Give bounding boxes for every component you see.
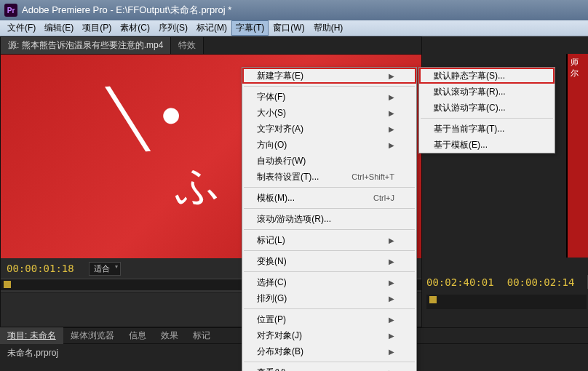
effects-tab[interactable]: 特效 [171, 37, 204, 54]
menu-title[interactable]: 字幕(T) [231, 20, 269, 36]
title-menu-item[interactable]: 制表符设置(T)...Ctrl+Shift+T [242, 169, 416, 185]
menu-file[interactable]: 文件(F) [3, 20, 40, 36]
menu-separator [244, 308, 415, 309]
menu-item-label: 制表符设置(T)... [257, 171, 319, 183]
menu-item-label: 默认游动字幕(C)... [434, 102, 506, 114]
submenu-arrow-icon: ▶ [389, 332, 394, 340]
menu-item-label: 大小(S) [257, 107, 286, 119]
menu-item-label: 文字对齐(A) [257, 123, 303, 135]
title-menu-item[interactable]: 排列(G)▶ [242, 290, 416, 306]
menu-project[interactable]: 项目(P) [78, 20, 116, 36]
menu-shortcut: Ctrl+Shift+T [351, 172, 394, 181]
menu-separator [421, 118, 553, 119]
menu-separator [244, 86, 415, 87]
project-tab[interactable]: 项目: 未命名 [0, 327, 63, 344]
markers-tab[interactable]: 标记 [186, 327, 218, 344]
title-menu-item[interactable]: 查看(V)▶ [242, 364, 416, 371]
menu-separator [244, 208, 415, 209]
menu-separator [244, 271, 415, 272]
submenu-arrow-icon: ▶ [389, 258, 394, 266]
title-menu-item[interactable]: 大小(S)▶ [242, 105, 416, 121]
menubar: 文件(F) 编辑(E) 项目(P) 素材(C) 序列(S) 标记(M) 字幕(T… [0, 20, 588, 36]
menu-item-label: 位置(P) [257, 314, 286, 326]
title-menu-item[interactable]: 对齐对象(J)▶ [242, 327, 416, 343]
menu-separator [244, 187, 415, 188]
submenu-arrow-icon: ▶ [389, 279, 394, 287]
menu-item-label: 排列(G) [257, 292, 287, 305]
menu-item-label: 自动换行(W) [257, 155, 306, 167]
menu-separator [244, 229, 415, 230]
menu-item-label: 默认静态字幕(S)... [434, 70, 505, 82]
new-title-submenu: 默认静态字幕(S)...默认滚动字幕(R)...默认游动字幕(C)...基于当前… [418, 67, 555, 153]
menu-clip[interactable]: 素材(C) [116, 20, 154, 36]
title-menu-item[interactable]: 方向(O)▶ [242, 137, 416, 153]
menu-item-label: 选择(C) [257, 276, 287, 289]
title-menu-item[interactable]: 位置(P)▶ [242, 311, 416, 327]
submenu-arrow-icon: ▶ [389, 109, 394, 117]
app-logo: Pr [4, 4, 17, 17]
playhead-icon[interactable] [429, 296, 437, 303]
title-menu-item[interactable]: 自动换行(W) [242, 153, 416, 169]
media-browser-tab[interactable]: 媒体浏览器 [63, 327, 122, 344]
title-menu-item[interactable]: 模板(M)...Ctrl+J [242, 190, 416, 206]
submenu-arrow-icon: ▶ [389, 141, 394, 149]
new-title-submenu-item[interactable]: 默认静态字幕(S)... [419, 68, 555, 84]
submenu-arrow-icon: ▶ [389, 369, 394, 372]
source-timecode[interactable]: 00:00:01:18 [7, 263, 74, 274]
window-title: Adobe Premiere Pro - E:\FFOutput\未命名.prp… [22, 4, 231, 17]
menu-item-label: 滚动/游动选项(R)... [257, 213, 331, 226]
menu-window[interactable]: 窗口(W) [269, 20, 309, 36]
titlebar: Pr Adobe Premiere Pro - E:\FFOutput\未命名.… [0, 0, 588, 20]
title-menu-item[interactable]: 滚动/游动选项(R)... [242, 211, 416, 227]
info-tab[interactable]: 信息 [122, 327, 154, 344]
menu-edit[interactable]: 编辑(E) [40, 20, 78, 36]
menu-marker[interactable]: 标记(M) [192, 20, 231, 36]
title-menu-item[interactable]: 标记(L)▶ [242, 232, 416, 248]
submenu-arrow-icon: ▶ [389, 348, 394, 356]
program-timecode-2[interactable]: 00:00:02:14 [507, 276, 575, 288]
menu-item-label: 模板(M)... [257, 192, 295, 204]
new-title-submenu-item[interactable]: 默认滚动字幕(R)... [419, 84, 555, 100]
submenu-arrow-icon: ▶ [389, 93, 394, 101]
menu-item-label: 查看(V) [257, 367, 286, 372]
playhead-icon[interactable] [4, 281, 11, 288]
menu-shortcut: Ctrl+J [373, 194, 394, 202]
submenu-arrow-icon: ▶ [389, 316, 394, 324]
effects-tab-2[interactable]: 效果 [154, 327, 186, 344]
project-path: E:\FFOutput\未命名.prproj * [116, 4, 231, 15]
menu-separator [244, 362, 415, 362]
menu-help[interactable]: 帮助(H) [309, 20, 348, 36]
menu-item-label: 基于当前字幕(T)... [434, 123, 504, 135]
menu-item-label: 字体(F) [257, 91, 285, 103]
menu-sequence[interactable]: 序列(S) [154, 20, 192, 36]
title-menu-item[interactable]: 选择(C)▶ [242, 274, 416, 290]
program-ruler[interactable] [426, 295, 587, 309]
menu-item-label: 基于模板(E)... [434, 139, 488, 151]
submenu-arrow-icon: ▶ [389, 72, 394, 80]
submenu-arrow-icon: ▶ [389, 236, 394, 244]
new-title-submenu-item[interactable]: 默认游动字幕(C)... [419, 100, 555, 116]
title-menu-item[interactable]: 文字对齐(A)▶ [242, 121, 416, 137]
title-menu-item[interactable]: 字体(F)▶ [242, 89, 416, 105]
submenu-arrow-icon: ▶ [389, 125, 394, 133]
menu-item-label: 新建字幕(E) [257, 70, 303, 82]
menu-separator [244, 250, 415, 251]
source-zoom-dropdown[interactable]: 适合 [89, 262, 121, 276]
menu-item-label: 方向(O) [257, 139, 287, 151]
title-menu-dropdown: 新建字幕(E)▶字体(F)▶大小(S)▶文字对齐(A)▶方向(O)▶自动换行(W… [242, 67, 417, 371]
title-menu-item[interactable]: 分布对象(B)▶ [242, 343, 416, 359]
menu-item-label: 对齐对象(J) [257, 330, 302, 342]
new-title-submenu-item[interactable]: 基于当前字幕(T)... [419, 121, 555, 137]
title-menu-item[interactable]: 新建字幕(E)▶ [242, 68, 416, 84]
program-monitor-sliver: 师尔 [566, 54, 588, 258]
menu-item-label: 变换(N) [257, 255, 287, 268]
program-timecode-1[interactable]: 00:02:40:01 [426, 276, 494, 288]
menu-item-label: 默认滚动字幕(R)... [434, 86, 506, 98]
app-name: Adobe Premiere Pro [22, 4, 108, 15]
title-menu-item[interactable]: 变换(N)▶ [242, 253, 416, 269]
new-title-submenu-item[interactable]: 基于模板(E)... [419, 137, 555, 153]
submenu-arrow-icon: ▶ [389, 295, 394, 303]
source-tab[interactable]: 源: 熊本熊告诉泡温泉有些要注意的.mp4 [1, 37, 171, 54]
menu-item-label: 分布对象(B) [257, 346, 303, 358]
menu-item-label: 标记(L) [257, 234, 285, 247]
